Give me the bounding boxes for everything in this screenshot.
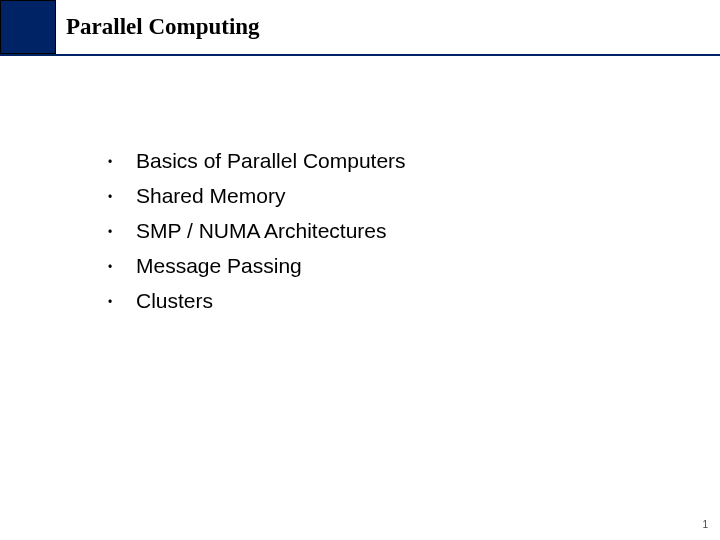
bullet-icon: • [108, 184, 136, 210]
bullet-icon: • [108, 149, 136, 175]
bullet-text: Message Passing [136, 253, 302, 279]
list-item: • SMP / NUMA Architectures [108, 218, 406, 247]
bullet-text: SMP / NUMA Architectures [136, 218, 387, 244]
bullet-text: Basics of Parallel Computers [136, 148, 406, 174]
list-item: • Shared Memory [108, 183, 406, 212]
bullet-icon: • [108, 219, 136, 245]
header-accent-square [0, 0, 56, 54]
slide-body: • Basics of Parallel Computers • Shared … [108, 148, 406, 323]
bullet-text: Shared Memory [136, 183, 285, 209]
bullet-icon: • [108, 254, 136, 280]
list-item: • Basics of Parallel Computers [108, 148, 406, 177]
header-rule [0, 54, 720, 56]
bullet-text: Clusters [136, 288, 213, 314]
bullet-icon: • [108, 289, 136, 315]
page-number: 1 [702, 519, 708, 530]
slide-header: Parallel Computing [0, 0, 720, 64]
slide-title: Parallel Computing [66, 14, 260, 40]
list-item: • Clusters [108, 288, 406, 317]
list-item: • Message Passing [108, 253, 406, 282]
